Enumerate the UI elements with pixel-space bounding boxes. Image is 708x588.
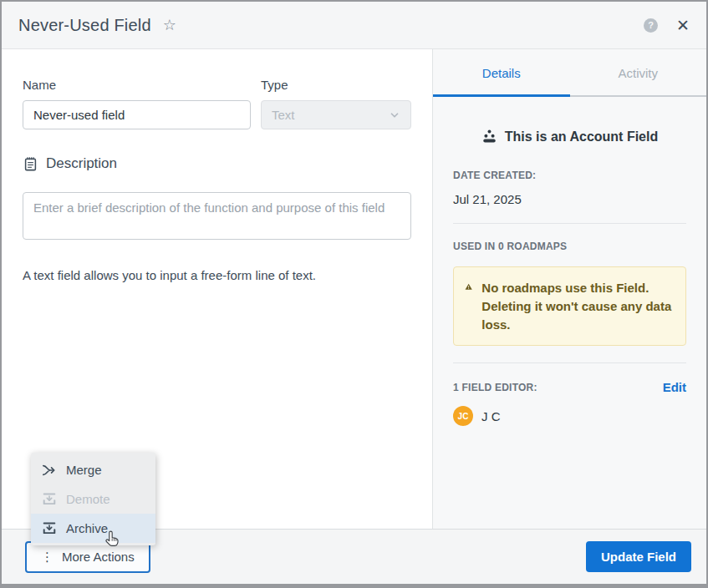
name-input[interactable]: [23, 100, 251, 129]
close-icon[interactable]: ✕: [676, 16, 690, 35]
demote-icon: [42, 492, 57, 507]
archive-icon: [42, 521, 57, 536]
field-editors-label: 1 FIELD EDITOR:: [453, 382, 537, 393]
avatar: JC: [453, 406, 473, 426]
menu-item-archive[interactable]: Archive: [31, 514, 155, 543]
no-roadmaps-warning: No roadmaps use this Field. Deleting it …: [453, 266, 686, 346]
more-actions-button[interactable]: ⋮ More Actions: [25, 541, 150, 573]
description-textarea[interactable]: [23, 192, 411, 240]
details-panel: Details Activity This is an Accou: [432, 49, 706, 529]
type-select: Text: [261, 100, 411, 129]
account-icon: [481, 129, 497, 144]
merge-icon: [42, 463, 57, 478]
notepad-icon: [23, 156, 38, 172]
help-icon[interactable]: ?: [644, 18, 658, 33]
warning-icon: [465, 279, 472, 295]
edit-field-modal: Never-Used Field ☆ ? ✕ Name Type Text: [0, 0, 708, 588]
divider: [453, 362, 686, 363]
menu-item-merge-label: Merge: [66, 463, 102, 477]
vertical-ellipsis-icon: ⋮: [41, 550, 53, 565]
update-field-button[interactable]: Update Field: [586, 541, 691, 572]
menu-item-archive-label: Archive: [66, 521, 108, 535]
modal-header: Never-Used Field ☆ ? ✕: [2, 2, 706, 49]
menu-item-demote-label: Demote: [66, 492, 110, 506]
tab-details-underline: [433, 94, 570, 97]
tab-activity-label: Activity: [618, 66, 658, 80]
description-label: Description: [46, 155, 117, 172]
menu-item-demote: Demote: [31, 484, 155, 514]
description-header: Description: [23, 155, 411, 172]
modal-title: Never-Used Field: [18, 16, 151, 35]
tab-bar: Details Activity: [433, 49, 706, 97]
account-field-heading: This is an Account Field: [453, 129, 686, 144]
tab-activity[interactable]: Activity: [570, 49, 707, 97]
chevron-down-icon: [389, 109, 400, 121]
name-label: Name: [23, 78, 251, 92]
date-created-label: DATE CREATED:: [453, 170, 686, 181]
menu-item-merge[interactable]: Merge: [31, 455, 155, 484]
type-select-value: Text: [272, 108, 295, 122]
field-editors-header: 1 FIELD EDITOR: Edit: [453, 380, 686, 394]
tab-activity-underline: [570, 95, 707, 97]
favorite-star-icon[interactable]: ☆: [163, 16, 176, 34]
date-created-value: Jul 21, 2025: [453, 192, 686, 206]
type-label: Type: [261, 78, 411, 92]
edit-editors-link[interactable]: Edit: [663, 380, 686, 394]
tab-details[interactable]: Details: [433, 49, 570, 97]
account-field-title: This is an Account Field: [505, 129, 658, 144]
more-actions-menu: Merge Demote Archive: [31, 453, 155, 545]
tab-details-label: Details: [482, 66, 521, 80]
field-type-helper-text: A text field allows you to input a free-…: [23, 268, 411, 282]
divider: [453, 223, 686, 224]
editor-name: J C: [481, 409, 501, 423]
editor-row: JC J C: [453, 406, 686, 426]
more-actions-label: More Actions: [62, 550, 135, 564]
warning-text: No roadmaps use this Field. Deleting it …: [481, 279, 675, 333]
usage-label: USED IN 0 ROADMAPS: [453, 241, 686, 252]
